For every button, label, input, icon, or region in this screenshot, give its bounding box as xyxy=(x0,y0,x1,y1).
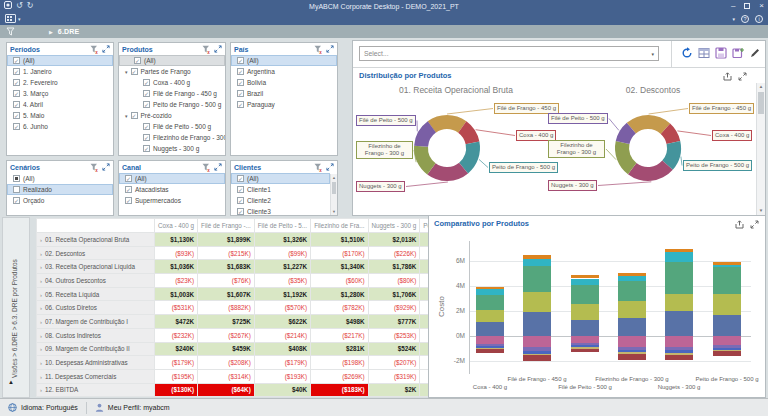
filter-item[interactable]: ✓4. Abril xyxy=(7,99,113,110)
export-icon[interactable] xyxy=(723,72,732,82)
checkbox[interactable]: ✓ xyxy=(143,101,150,108)
bar-segment[interactable] xyxy=(523,292,551,312)
bar-segment[interactable] xyxy=(476,289,504,295)
filter-item[interactable]: ✓Brazil xyxy=(231,88,337,99)
checkbox[interactable]: ✓ xyxy=(13,112,20,119)
row-expander-icon[interactable]: › xyxy=(40,333,42,339)
bar-segment[interactable] xyxy=(571,279,599,285)
filter-item[interactable]: ✓Filezinho de Frango - 300 g xyxy=(119,132,225,143)
undo-icon[interactable]: ↺ xyxy=(16,1,23,11)
checkbox[interactable]: ✓ xyxy=(237,68,244,75)
caret-down-icon[interactable]: ▾ xyxy=(125,69,128,75)
view-caret-icon[interactable]: ▾ xyxy=(18,16,21,22)
checkbox[interactable]: ✓ xyxy=(237,175,244,182)
checkbox[interactable]: ✓ xyxy=(13,197,20,204)
scrollbar-thumb[interactable] xyxy=(758,92,764,114)
checkbox[interactable]: ✓ xyxy=(125,197,132,204)
export-icon[interactable] xyxy=(735,220,744,230)
bar-segment[interactable] xyxy=(476,287,504,290)
collapse-triangle-icon[interactable]: ▲ xyxy=(8,379,14,385)
info-icon[interactable]: i xyxy=(755,15,763,23)
filter-item[interactable]: ✓(All) xyxy=(231,173,330,184)
filter-item[interactable]: ✓6. Junho xyxy=(7,121,113,132)
filter-clear-icon[interactable]: x xyxy=(90,163,99,172)
row-expander-icon[interactable]: › xyxy=(40,305,42,311)
filter-item[interactable]: ✓Nuggets - 300 g xyxy=(119,143,225,154)
row-label[interactable]: ›12. EBITDA xyxy=(37,383,155,397)
row-expander-icon[interactable]: › xyxy=(40,292,42,298)
bar-segment[interactable] xyxy=(618,276,646,281)
row-expander-icon[interactable]: › xyxy=(40,387,42,393)
filter-item[interactable]: ✓(All) xyxy=(119,55,225,66)
bar-segment[interactable] xyxy=(476,295,504,309)
row-label[interactable]: ›02. Descontos xyxy=(37,246,155,260)
bar-segment[interactable] xyxy=(571,275,599,278)
bar-segment[interactable] xyxy=(618,354,646,360)
checkbox[interactable]: ✓ xyxy=(143,79,150,86)
bar-segment[interactable] xyxy=(571,349,599,352)
filter-item[interactable]: ✓Cliente3 xyxy=(231,206,330,216)
expand-icon[interactable] xyxy=(326,45,334,53)
bar-segment[interactable] xyxy=(713,336,741,345)
bar-segment[interactable] xyxy=(713,265,741,268)
checkbox[interactable]: ✓ xyxy=(237,90,244,97)
bar-segment[interactable] xyxy=(618,273,646,276)
bar-segment[interactable] xyxy=(713,294,741,316)
row-label[interactable]: ›10. Despesas Administrativas xyxy=(37,356,155,370)
filter-item[interactable]: ✓Peito de Frango - 500 g xyxy=(119,99,225,110)
checkbox[interactable] xyxy=(13,186,20,193)
filter-item[interactable]: ✓(All) xyxy=(7,55,113,66)
row-label[interactable]: ›06. Custos Diretos xyxy=(37,301,155,315)
filter-item[interactable]: ▾✓Pré-cozido xyxy=(119,110,225,121)
bar-segment[interactable] xyxy=(665,355,693,361)
filter-clear-icon[interactable]: x xyxy=(314,163,323,172)
filter-item[interactable]: ✓Cliente2 xyxy=(231,195,330,206)
view-selector-icon[interactable] xyxy=(5,14,16,23)
bar-segment[interactable] xyxy=(713,267,741,293)
checkbox[interactable]: ✓ xyxy=(237,57,244,64)
scroll-down-icon[interactable]: ▼ xyxy=(331,208,337,215)
bar-segment[interactable] xyxy=(618,281,646,301)
view-tab-label[interactable]: Visões > 6.DRE > 6.3. DRE por Produtos xyxy=(11,228,18,378)
bar-segment[interactable] xyxy=(523,255,551,259)
row-expander-icon[interactable]: › xyxy=(40,237,42,243)
filter-item[interactable]: ✓Coxa - 400 g xyxy=(119,77,225,88)
checkbox[interactable]: ✓ xyxy=(134,57,141,64)
bar-segment[interactable] xyxy=(476,336,504,344)
filter-item[interactable]: ▾✓Partes de Frango xyxy=(119,66,225,77)
expand-icon[interactable] xyxy=(214,163,222,171)
scrollbar-thumb[interactable] xyxy=(332,182,336,194)
collapse-ribbon-icon[interactable]: ▾ xyxy=(732,16,735,22)
filter-item[interactable]: ✓Argentina xyxy=(231,66,337,77)
filter-item[interactable]: ✓Cliente1 xyxy=(231,184,330,195)
checkbox[interactable]: ✓ xyxy=(143,123,150,130)
bar-segment[interactable] xyxy=(713,315,741,336)
expand-icon[interactable] xyxy=(326,163,334,171)
row-expander-icon[interactable]: › xyxy=(40,278,42,284)
bar-segment[interactable] xyxy=(523,266,551,292)
save-as-icon[interactable] xyxy=(732,47,744,60)
row-label[interactable]: ›03. Receita Operacional Líquida xyxy=(37,260,155,274)
filter-item[interactable]: ✓Orçado xyxy=(7,195,113,206)
checkbox[interactable]: ✓ xyxy=(13,101,20,108)
bar-segment[interactable] xyxy=(476,322,504,336)
bar-segment[interactable] xyxy=(571,336,599,343)
edit-icon[interactable] xyxy=(749,47,761,60)
checkbox[interactable]: ✓ xyxy=(237,197,244,204)
filter-item[interactable]: ✓Filé de Peito - 500 g xyxy=(119,121,225,132)
bar-segment[interactable] xyxy=(523,336,551,347)
checkbox[interactable]: ✓ xyxy=(143,134,150,141)
checkbox[interactable] xyxy=(13,175,20,182)
filter-clear-icon[interactable]: x xyxy=(314,45,323,54)
filter-item[interactable]: ✓Bolivia xyxy=(231,77,337,88)
maximize-button[interactable] xyxy=(744,3,750,9)
row-expander-icon[interactable]: › xyxy=(40,251,42,257)
filter-item[interactable]: ✓(All) xyxy=(231,55,337,66)
caret-down-icon[interactable]: ▾ xyxy=(125,113,128,119)
list-scrollbar[interactable]: ▲▼ xyxy=(330,174,337,215)
bar-segment[interactable] xyxy=(618,336,646,347)
bar-segment[interactable] xyxy=(523,259,551,267)
minimize-button[interactable]: – xyxy=(731,2,735,10)
view-tab-strip[interactable]: Visões > 6.DRE > 6.3. DRE por Produtos ▲ xyxy=(2,217,30,398)
checkbox[interactable]: ✓ xyxy=(13,68,20,75)
